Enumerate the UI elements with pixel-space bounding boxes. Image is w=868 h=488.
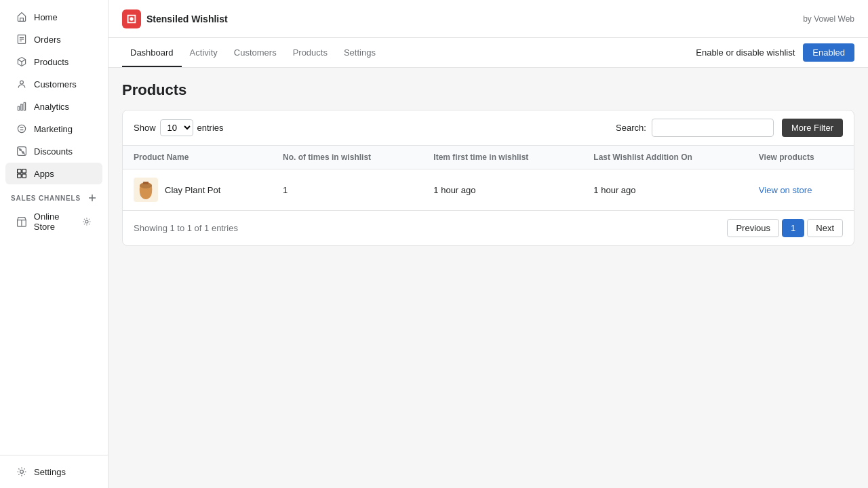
product-name-cell: Clay Plant Pot: [123, 169, 272, 211]
tab-settings[interactable]: Settings: [336, 39, 384, 67]
svg-point-20: [85, 220, 88, 223]
sidebar-item-online-store[interactable]: Online Store: [5, 206, 102, 237]
products-card: Show 10 25 50 entries Search: More: [122, 110, 854, 246]
tab-customers[interactable]: Customers: [226, 39, 285, 67]
svg-rect-13: [18, 169, 22, 174]
gear-icon: [82, 217, 92, 226]
sidebar-item-customers[interactable]: Customers: [5, 73, 102, 95]
previous-button[interactable]: Previous: [727, 219, 779, 237]
sidebar-footer: Settings: [0, 455, 108, 488]
sidebar-item-apps[interactable]: Apps: [5, 163, 102, 184]
topbar-byline: by Vowel Web: [803, 14, 854, 24]
store-icon: [16, 216, 27, 227]
col-view-products: View products: [748, 146, 854, 169]
sidebar-item-marketing[interactable]: Marketing: [5, 118, 102, 140]
view-link-cell: View on store: [748, 169, 854, 211]
tab-dashboard[interactable]: Dashboard: [122, 39, 182, 67]
first-time-cell: 1 hour ago: [422, 169, 583, 211]
products-icon: [16, 56, 27, 67]
sidebar-nav: Home Orders Products Customers Analytics…: [0, 0, 108, 455]
tabs-right: Enable or disable wishlist Enabled: [696, 43, 854, 62]
wishlist-count-cell: 1: [272, 169, 422, 211]
settings-icon: [16, 466, 27, 477]
marketing-icon: [16, 123, 27, 134]
topbar: Stensiled Wishlist by Vowel Web: [108, 0, 868, 38]
pagination: Previous 1 Next: [727, 219, 843, 237]
sidebar: Home Orders Products Customers Analytics…: [0, 0, 108, 488]
col-last-addition: Last Wishlist Addition On: [583, 146, 747, 169]
svg-rect-25: [143, 182, 149, 184]
col-first-time: Item first time in wishlist: [422, 146, 583, 169]
tab-activity[interactable]: Activity: [182, 39, 226, 67]
svg-point-5: [20, 81, 24, 84]
content-area: Products Show 10 25 50 entries: [108, 68, 868, 488]
discounts-icon: [16, 146, 27, 157]
page-title: Products: [122, 81, 854, 99]
last-addition-cell: 1 hour ago: [583, 169, 747, 211]
enable-label: Enable or disable wishlist: [696, 47, 795, 58]
table-row: Clay Plant Pot 1 1 hour ago 1 hour ago V…: [123, 169, 854, 211]
add-sales-channel-button[interactable]: [87, 193, 97, 203]
product-image: [136, 179, 155, 201]
sidebar-item-discounts[interactable]: Discounts: [5, 140, 102, 162]
sidebar-item-home[interactable]: Home: [5, 6, 102, 28]
search-input[interactable]: [652, 119, 774, 137]
col-product-name: Product Name: [123, 146, 272, 169]
sales-channels-section: SALES CHANNELS: [0, 185, 108, 205]
page-1-button[interactable]: 1: [782, 219, 804, 237]
customers-icon: [16, 79, 27, 89]
product-thumbnail: [134, 178, 158, 202]
next-button[interactable]: Next: [807, 219, 843, 237]
analytics-icon: [16, 101, 27, 112]
more-filter-button[interactable]: More Filter: [782, 119, 843, 137]
apps-icon: [16, 168, 27, 179]
svg-rect-8: [24, 102, 25, 110]
search-group: Search:: [616, 119, 774, 137]
sidebar-item-orders[interactable]: Orders: [5, 28, 102, 50]
tabs-left: Dashboard Activity Customers Products Se…: [122, 39, 384, 66]
tab-products[interactable]: Products: [285, 39, 336, 67]
sidebar-item-products[interactable]: Products: [5, 51, 102, 73]
card-toolbar: Show 10 25 50 entries Search: More: [123, 110, 854, 145]
products-table: Product Name No. of times in wishlist It…: [123, 145, 854, 210]
svg-rect-6: [18, 106, 19, 110]
svg-rect-15: [18, 174, 22, 178]
svg-rect-7: [21, 104, 22, 110]
orders-icon: [16, 34, 27, 45]
view-on-store-link[interactable]: View on store: [759, 185, 812, 195]
enabled-button[interactable]: Enabled: [803, 43, 854, 62]
home-icon: [16, 12, 27, 22]
entries-select[interactable]: 10 25 50: [160, 119, 193, 136]
svg-point-22: [130, 17, 133, 20]
svg-rect-16: [22, 174, 26, 178]
card-footer: Showing 1 to 1 of 1 entries Previous 1 N…: [123, 210, 854, 245]
sidebar-item-settings[interactable]: Settings: [5, 461, 102, 483]
svg-rect-14: [22, 169, 26, 174]
show-entries: Show 10 25 50 entries: [134, 119, 224, 136]
nav-tabs: Dashboard Activity Customers Products Se…: [108, 38, 868, 68]
svg-point-21: [20, 470, 24, 474]
sidebar-item-analytics[interactable]: Analytics: [5, 96, 102, 117]
app-title: Stensiled Wishlist: [146, 14, 228, 24]
col-wishlist-count: No. of times in wishlist: [272, 146, 422, 169]
showing-text: Showing 1 to 1 of 1 entries: [134, 223, 238, 233]
app-logo: [122, 9, 141, 28]
main-area: Stensiled Wishlist by Vowel Web Dashboar…: [108, 0, 868, 488]
svg-point-9: [18, 125, 25, 132]
